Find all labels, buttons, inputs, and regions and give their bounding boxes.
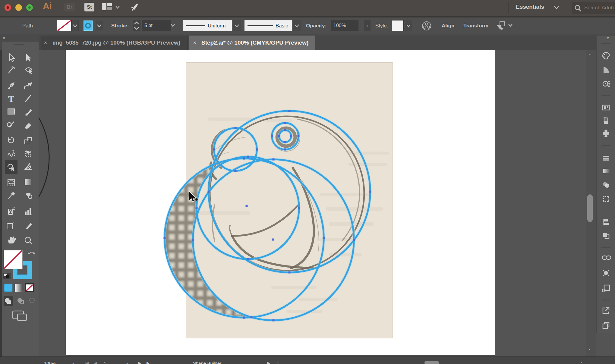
- svg-text:T: T: [8, 94, 14, 104]
